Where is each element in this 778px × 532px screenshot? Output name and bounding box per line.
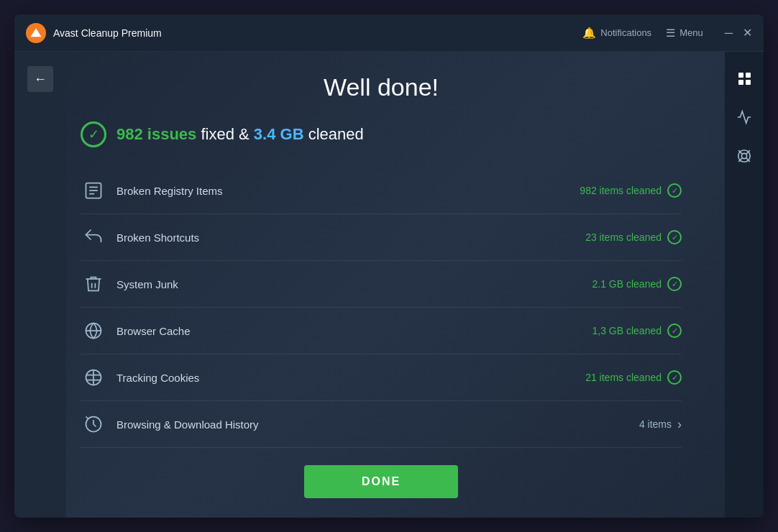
result-text: 1,3 GB cleaned xyxy=(592,325,662,336)
result-check-icon: ✓ xyxy=(667,230,682,244)
summary-text: 982 issues fixed & 3.4 GB cleaned xyxy=(116,125,364,144)
titlebar-controls: 🔔 Notifications ☰ Menu ─ ✕ xyxy=(582,27,752,40)
bell-icon: 🔔 xyxy=(582,27,596,40)
chart-icon xyxy=(736,109,752,125)
result-text: 21 items cleaned xyxy=(585,372,662,383)
right-sidebar xyxy=(725,52,764,518)
issues-count: 982 xyxy=(116,125,143,143)
history-icon xyxy=(81,411,106,437)
summary-row: ✓ 982 issues fixed & 3.4 GB cleaned xyxy=(81,121,682,147)
close-button[interactable]: ✕ xyxy=(743,27,752,39)
success-check-icon: ✓ xyxy=(81,121,106,147)
notifications-label: Notifications xyxy=(600,27,651,38)
support-icon xyxy=(736,148,752,164)
app-title: Avast Cleanup Premium xyxy=(53,27,162,39)
menu-label: Menu xyxy=(679,27,703,38)
done-button[interactable]: DONE xyxy=(304,465,458,498)
item-name: System Junk xyxy=(116,278,592,290)
list-item: Broken Registry Items 982 items cleaned … xyxy=(81,168,682,214)
chevron-right-icon: › xyxy=(677,417,682,432)
result-text: 982 items cleaned xyxy=(580,185,662,196)
issues-word: issues xyxy=(147,125,197,143)
minimize-button[interactable]: ─ xyxy=(725,27,733,39)
browser-icon xyxy=(81,318,106,344)
app-window: Avast Cleanup Premium 🔔 Notifications ☰ … xyxy=(14,14,764,518)
result-check-icon: ✓ xyxy=(667,183,682,198)
sidebar-support-button[interactable] xyxy=(725,137,764,175)
list-item: Browser Cache 1,3 GB cleaned ✓ xyxy=(81,308,682,354)
result-check-icon: ✓ xyxy=(667,324,682,338)
result-text: 4 items xyxy=(639,418,672,430)
back-button[interactable]: ← xyxy=(27,66,53,92)
item-result: 1,3 GB cleaned ✓ xyxy=(592,324,682,338)
item-name: Broken Shortcuts xyxy=(116,231,585,244)
item-result: 982 items cleaned ✓ xyxy=(580,183,682,198)
back-column: ← xyxy=(14,52,66,518)
cleaned-word: cleaned xyxy=(308,125,364,143)
list-item: Browsing & Download History 4 items › xyxy=(81,401,682,448)
menu-button[interactable]: ☰ Menu xyxy=(666,27,703,40)
result-check-icon: ✓ xyxy=(667,277,682,291)
svg-point-13 xyxy=(741,153,746,158)
sidebar-chart-button[interactable] xyxy=(725,98,764,137)
item-result: 2.1 GB cleaned ✓ xyxy=(592,277,682,291)
registry-icon xyxy=(81,178,106,203)
main-content: Well done! ✓ 982 issues fixed & 3.4 GB c… xyxy=(66,52,725,518)
result-check-icon: ✓ xyxy=(667,370,682,385)
app-logo: Avast Cleanup Premium xyxy=(26,23,162,43)
cookies-icon xyxy=(81,364,106,390)
shortcuts-icon xyxy=(81,224,106,250)
item-result: 23 items cleaned ✓ xyxy=(585,230,682,244)
notifications-button[interactable]: 🔔 Notifications xyxy=(582,27,651,40)
item-result: 21 items cleaned ✓ xyxy=(585,370,682,385)
fixed-label: fixed & xyxy=(201,125,253,143)
list-item: Broken Shortcuts 23 items cleaned ✓ xyxy=(81,214,682,261)
junk-icon xyxy=(81,271,106,297)
item-name: Browser Cache xyxy=(116,325,592,337)
grid-icon xyxy=(738,73,751,85)
list-item: Tracking Cookies 21 items cleaned ✓ xyxy=(81,354,682,401)
avast-icon xyxy=(26,23,46,43)
list-item: System Junk 2.1 GB cleaned ✓ xyxy=(81,261,682,308)
svg-marker-0 xyxy=(31,28,42,37)
window-controls: ─ ✕ xyxy=(725,27,752,39)
page-title: Well done! xyxy=(81,73,682,101)
item-name: Browsing & Download History xyxy=(116,418,639,431)
item-result[interactable]: 4 items › xyxy=(639,417,682,432)
titlebar: Avast Cleanup Premium 🔔 Notifications ☰ … xyxy=(14,14,764,52)
result-text: 23 items cleaned xyxy=(585,231,662,243)
sidebar-grid-button[interactable] xyxy=(725,59,764,98)
menu-icon: ☰ xyxy=(666,27,675,40)
item-name: Tracking Cookies xyxy=(116,372,585,384)
item-name: Broken Registry Items xyxy=(116,185,580,197)
result-text: 2.1 GB cleaned xyxy=(592,278,662,290)
size-value: 3.4 GB xyxy=(254,125,304,143)
done-section: DONE xyxy=(81,448,682,498)
items-list: Broken Registry Items 982 items cleaned … xyxy=(81,168,682,448)
content-wrapper: ← Well done! ✓ 982 issues fixed & 3.4 GB… xyxy=(14,52,764,518)
